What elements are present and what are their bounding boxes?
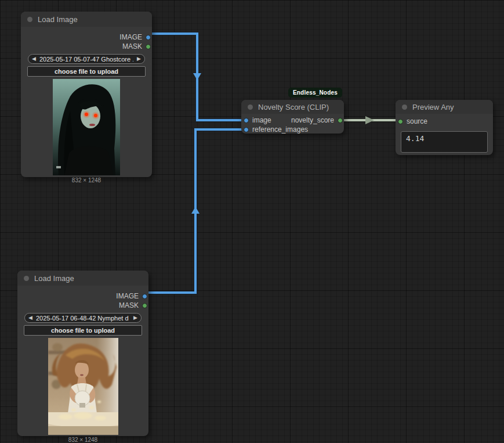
choose-file-button[interactable]: choose file to upload (27, 66, 146, 77)
combo-value: 2025-05-17 05-07-47 Ghostcore ... (39, 56, 133, 63)
node-preview-any[interactable]: Preview Any source 4.14 (396, 100, 493, 155)
node-title-bar[interactable]: Preview Any (396, 100, 493, 114)
node-title-bar[interactable]: Load Image (21, 12, 152, 27)
combo-next-icon[interactable]: ▶ (133, 55, 144, 63)
collapse-dot-icon[interactable] (24, 276, 29, 281)
node-title-bar[interactable]: Load Image (17, 271, 148, 286)
collapse-dot-icon[interactable] (27, 17, 32, 22)
choose-file-label: choose file to upload (55, 68, 118, 75)
input-label-image: image (252, 116, 271, 124)
endless-nodes-badge: Endless_Nodes (288, 88, 342, 98)
collapse-dot-icon[interactable] (248, 105, 253, 110)
node-title: Load Image (38, 15, 78, 24)
node-load-image-bottom[interactable]: Load Image IMAGE MASK ◀ 2025-05-17 06-48… (17, 271, 148, 436)
node-title: Novelty Score (CLIP) (258, 103, 329, 111)
output-label-mask: MASK (122, 42, 142, 51)
output-label-image: IMAGE (116, 292, 139, 300)
collapse-dot-icon[interactable] (402, 105, 407, 110)
image-file-combo[interactable]: ◀ 2025-05-17 06-48-42 Nymphet d ... ▶ (24, 313, 142, 323)
link-image-bottom (143, 129, 246, 293)
input-port-reference-images[interactable] (244, 127, 249, 132)
output-port-mask[interactable] (142, 303, 147, 308)
node-load-image-top[interactable]: Load Image IMAGE MASK ◀ 2025-05-17 05-07… (21, 12, 152, 177)
output-label-image: IMAGE (119, 33, 142, 41)
link-arrow-up (191, 207, 200, 214)
image-file-combo[interactable]: ◀ 2025-05-17 05-07-47 Ghostcore ... ▶ (28, 54, 145, 64)
preview-value-box[interactable]: 4.14 (401, 131, 488, 153)
combo-prev-icon[interactable]: ◀ (28, 55, 39, 63)
preview-value: 4.14 (406, 134, 424, 143)
node-graph-canvas[interactable]: Load Image IMAGE MASK ◀ 2025-05-17 05-07… (0, 0, 504, 443)
image-size-label: 832 × 1248 (72, 177, 101, 183)
output-label-mask: MASK (119, 301, 139, 309)
image-preview-nymphet (48, 338, 118, 435)
image-size-label: 832 × 1248 (68, 437, 97, 443)
node-title: Load Image (34, 274, 74, 283)
combo-prev-icon[interactable]: ◀ (25, 314, 36, 322)
output-port-novelty-score[interactable] (338, 118, 343, 123)
link-image-bottom-outline (143, 129, 246, 293)
combo-next-icon[interactable]: ▶ (130, 314, 141, 322)
link-arrow-down (193, 73, 201, 80)
node-title: Preview Any (412, 103, 454, 111)
link-image-top-outline (148, 34, 246, 120)
output-port-image[interactable] (142, 294, 147, 299)
output-port-mask[interactable] (146, 44, 151, 49)
input-label-reference-images: reference_images (252, 125, 308, 134)
output-port-image[interactable] (146, 35, 151, 40)
combo-value: 2025-05-17 06-48-42 Nymphet d ... (36, 315, 130, 322)
link-arrow-right (365, 116, 374, 124)
input-port-source[interactable] (398, 119, 403, 124)
input-label-source: source (407, 117, 427, 125)
choose-file-label: choose file to upload (51, 327, 115, 334)
node-novelty-score[interactable]: Endless_Nodes Novelty Score (CLIP) image… (241, 100, 344, 134)
output-label-novelty-score: novelty_score (291, 116, 334, 124)
input-port-image[interactable] (244, 118, 249, 123)
node-title-bar[interactable]: Novelty Score (CLIP) (241, 100, 344, 114)
image-preview-ghostcore (53, 79, 120, 175)
choose-file-button[interactable]: choose file to upload (24, 325, 142, 336)
link-image-top (148, 34, 246, 120)
